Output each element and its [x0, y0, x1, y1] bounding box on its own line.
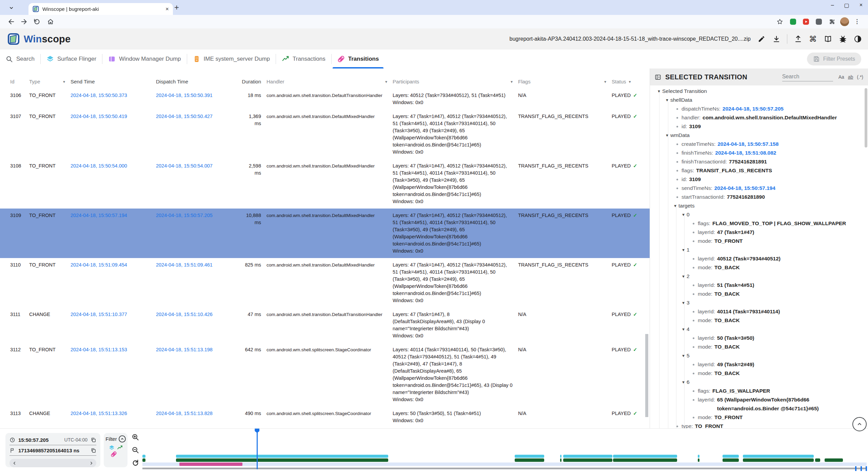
- timeline-segment-cyan[interactable]: [563, 455, 612, 458]
- expand-triangle-icon[interactable]: ▼: [682, 325, 687, 334]
- tree-node-targets[interactable]: ▼targets: [650, 201, 868, 210]
- timeline-horizontal-scrollbar[interactable]: [142, 468, 867, 469]
- tab-search[interactable]: Search: [0, 50, 40, 68]
- timeline-segment-green[interactable]: [142, 458, 145, 462]
- timeline-cursor[interactable]: [257, 430, 258, 469]
- expand-triangle-icon[interactable]: ▼: [682, 378, 687, 387]
- table-vertical-scrollbar[interactable]: [645, 334, 648, 417]
- column-header-type[interactable]: Type▾: [29, 79, 71, 84]
- expand-triangle-icon[interactable]: ▼: [682, 298, 687, 307]
- filter-dropdown-icon[interactable]: ▾: [604, 79, 606, 84]
- tab-ime-system-server-dump[interactable]: IME system_server Dump: [187, 50, 276, 68]
- timeline-segment-cyan[interactable]: [723, 455, 739, 458]
- send-time-link[interactable]: 2024-04-18, 15:51:10.377: [71, 308, 156, 343]
- property-value[interactable]: 2024-04-18, 15:50:57.205: [723, 104, 784, 113]
- timeline-segment-green[interactable]: [825, 458, 843, 462]
- extension-icon[interactable]: [790, 19, 796, 25]
- browser-tab[interactable]: Winscope | bugreport-aki ×: [28, 3, 173, 15]
- filter-presets-button[interactable]: Filter Presets: [807, 53, 861, 65]
- send-time-link[interactable]: 2024-04-18, 15:50:54.000: [71, 159, 156, 209]
- send-time-link[interactable]: 2024-04-18, 15:51:13.153: [71, 343, 156, 407]
- property-value[interactable]: 2024-04-18, 15:51:08.082: [715, 149, 776, 157]
- transition-row-3113[interactable]: 3113CHANGE2024-04-18, 15:51:13.3262024-0…: [0, 407, 650, 428]
- timeline-segment-green[interactable]: [613, 458, 677, 462]
- property-value[interactable]: 2024-04-18, 15:50:57.194: [714, 184, 775, 193]
- zoom-in-icon[interactable]: [132, 433, 139, 441]
- filter-dropdown-icon[interactable]: ▾: [629, 79, 631, 84]
- filter-dropdown-icon[interactable]: ▾: [385, 79, 387, 84]
- tree-node-wmdata[interactable]: ▼wmData: [650, 131, 868, 140]
- copy-time-ns-icon[interactable]: [91, 448, 96, 453]
- scroll-right-icon[interactable]: [89, 461, 94, 466]
- tree-node-4[interactable]: ▼4: [650, 325, 868, 334]
- tree-node-6[interactable]: ▼6: [650, 378, 868, 387]
- timeline-segment-cyan[interactable]: [560, 455, 561, 458]
- dispatch-time-link[interactable]: 2024-04-18, 15:50:57.205: [156, 209, 243, 258]
- timeline-segment-green[interactable]: [560, 458, 561, 462]
- current-time-human[interactable]: 15:50:57.205: [18, 437, 48, 443]
- column-header-flags[interactable]: Flags▾: [518, 79, 612, 84]
- timeline-scroll-strip[interactable]: [9, 459, 96, 467]
- timeline-segment-cyan[interactable]: [176, 455, 388, 458]
- download-traces-icon[interactable]: [772, 35, 781, 43]
- timeline-segment-green[interactable]: [743, 458, 814, 462]
- extension-youtube-icon[interactable]: [803, 19, 809, 25]
- tree-node-shelldata[interactable]: ▼shellData: [650, 96, 868, 104]
- column-header-handler[interactable]: Handler▾: [267, 79, 393, 84]
- timeline-segment-green[interactable]: [515, 458, 545, 462]
- send-time-link[interactable]: 2024-04-18, 15:50:50.419: [71, 110, 156, 159]
- transition-row-3106[interactable]: 3106TO_FRONT2024-04-18, 15:50:50.3732024…: [0, 88, 650, 110]
- expand-triangle-icon[interactable]: ▼: [682, 272, 687, 281]
- expand-triangle-icon[interactable]: ▼: [657, 87, 662, 96]
- keyboard-shortcuts-icon[interactable]: ⌘: [809, 35, 817, 43]
- column-header-status[interactable]: Status▾: [612, 79, 649, 84]
- bookmark-star-icon[interactable]: [776, 18, 783, 25]
- dispatch-time-link[interactable]: 2024-04-18, 15:51:13.198: [156, 343, 243, 407]
- transition-row-3107[interactable]: 3107TO_FRONT2024-04-18, 15:50:50.4192024…: [0, 110, 650, 159]
- copy-time-icon[interactable]: [91, 437, 96, 443]
- scroll-to-top-button[interactable]: [852, 417, 867, 431]
- filter-dropdown-icon[interactable]: ▾: [511, 79, 513, 84]
- reload-icon[interactable]: [33, 18, 41, 25]
- dispatch-time-link[interactable]: 2024-04-18, 15:50:50.391: [156, 88, 243, 110]
- tree-node-selected-transition[interactable]: ▼Selected Transition: [650, 87, 868, 96]
- timeline-segment-green[interactable]: [176, 458, 388, 462]
- tree-node-2[interactable]: ▼2: [650, 272, 868, 281]
- tab-transactions[interactable]: Transactions: [276, 50, 331, 68]
- upload-traces-icon[interactable]: [794, 35, 802, 43]
- transition-row-3109[interactable]: 3109TO_FRONT2024-04-18, 15:50:57.1942024…: [0, 209, 650, 258]
- timeline-segment-green[interactable]: [815, 458, 820, 462]
- tree-node-1[interactable]: ▼1: [650, 245, 868, 254]
- timeline-segment-pink[interactable]: [179, 463, 242, 466]
- column-header-participants[interactable]: Participants▾: [393, 79, 518, 84]
- match-case-icon[interactable]: Aa: [839, 74, 844, 80]
- scroll-range-tick[interactable]: [861, 466, 862, 471]
- tree-node-0[interactable]: ▼0: [650, 210, 868, 219]
- current-time-ns[interactable]: 1713469857205164013 ns: [18, 448, 79, 453]
- zoom-out-icon[interactable]: [132, 446, 139, 454]
- dispatch-time-link[interactable]: 2024-04-18, 15:50:54.007: [156, 159, 243, 209]
- extensions-puzzle-icon[interactable]: [829, 18, 835, 25]
- timeline-segment-green[interactable]: [698, 458, 699, 462]
- tree-node-5[interactable]: ▼5: [650, 351, 868, 360]
- timeline-segment-green[interactable]: [563, 458, 612, 462]
- documentation-book-icon[interactable]: [824, 35, 832, 43]
- timeline-cursor-handle[interactable]: [255, 429, 259, 433]
- profile-avatar[interactable]: [840, 17, 849, 26]
- match-word-icon[interactable]: ab: [848, 74, 853, 80]
- properties-search-input[interactable]: [782, 73, 833, 81]
- collapse-filter-button[interactable]: [119, 435, 126, 442]
- transition-row-3111[interactable]: 3111CHANGE2024-04-18, 15:51:10.3772024-0…: [0, 308, 650, 343]
- transition-row-3110[interactable]: 3110TO_FRONT2024-04-18, 15:51:09.4542024…: [0, 258, 650, 308]
- browser-menu-icon[interactable]: ⋮: [854, 18, 860, 25]
- tab-close-icon[interactable]: ×: [165, 6, 169, 13]
- transition-row-3112[interactable]: 3112TO_FRONT2024-04-18, 15:51:13.1532024…: [0, 343, 650, 407]
- extension-icon[interactable]: [816, 19, 822, 25]
- timeline-canvas[interactable]: [142, 429, 867, 472]
- surface-flinger-filter-icon[interactable]: [109, 445, 115, 451]
- transactions-filter-icon[interactable]: [117, 445, 123, 451]
- window-close-button[interactable]: ×: [860, 2, 863, 8]
- tree-node-3[interactable]: ▼3: [650, 298, 868, 307]
- send-time-link[interactable]: 2024-04-18, 15:51:09.454: [71, 258, 156, 308]
- report-bug-icon[interactable]: [839, 35, 847, 43]
